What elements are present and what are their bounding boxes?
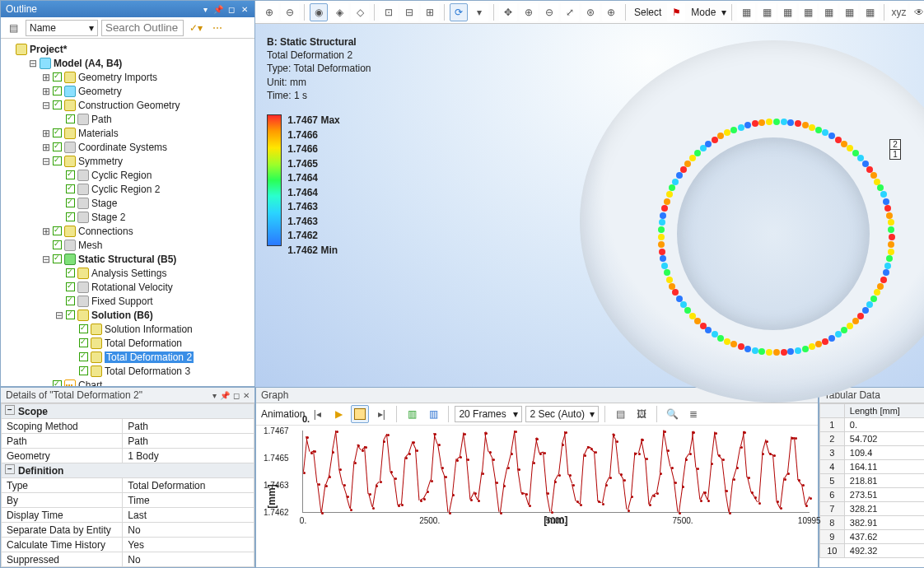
anim-stop-icon[interactable] xyxy=(351,405,369,423)
tree-item[interactable]: Materials xyxy=(78,128,119,139)
outline-titlebar[interactable]: Outline ▾ 📌 ◻ ✕ xyxy=(1,1,254,17)
info-icon xyxy=(91,324,102,335)
sel-vertex-icon[interactable]: ▦ xyxy=(799,3,817,21)
tree-item[interactable]: Stage xyxy=(91,198,117,209)
sel-element-icon[interactable]: ▦ xyxy=(840,3,858,21)
select-point-icon[interactable]: ⊡ xyxy=(380,3,398,21)
select-edge-icon[interactable]: ⊟ xyxy=(400,3,418,21)
sel-all-icon[interactable]: ▦ xyxy=(861,3,879,21)
tree-item[interactable]: Solution Information xyxy=(105,324,193,335)
search-options-icon[interactable]: ✓▾ xyxy=(187,19,205,37)
anim-mode1-icon[interactable]: ▥ xyxy=(403,405,421,423)
search-input[interactable] xyxy=(101,20,184,36)
view-edges-icon[interactable]: ◇ xyxy=(351,3,369,21)
pin-icon[interactable]: 📌 xyxy=(220,391,230,400)
tree-item[interactable]: Symmetry xyxy=(78,156,123,167)
pan-icon[interactable]: ✥ xyxy=(499,3,517,21)
rotate-menu-icon[interactable]: ▾ xyxy=(470,3,488,21)
expand-icon[interactable]: ⊞ xyxy=(42,226,50,237)
window-icon[interactable]: ◻ xyxy=(226,4,236,14)
probe-labels[interactable]: 2 1 xyxy=(889,139,901,160)
filter-combo[interactable]: Name▾ xyxy=(26,20,98,36)
look-at-icon[interactable]: ⊕ xyxy=(602,3,620,21)
tree-item[interactable]: Geometry xyxy=(78,86,122,97)
details-table[interactable]: ScopeScoping MethodPathPathPathGeometry1… xyxy=(1,403,254,567)
tree-item[interactable]: Total Deformation xyxy=(105,338,182,349)
tree-item[interactable]: Analysis Settings xyxy=(91,268,166,279)
rotate-icon[interactable]: ⟳ xyxy=(450,3,468,21)
tree-item[interactable]: Static Structural (B5) xyxy=(78,254,176,265)
sel-face-icon[interactable]: ▦ xyxy=(758,3,776,21)
tree-item[interactable]: Chart xyxy=(78,379,102,387)
tree-item[interactable]: Construction Geometry xyxy=(78,100,180,111)
sel-node-icon[interactable]: ▦ xyxy=(819,3,838,21)
filter-icon[interactable]: ▤ xyxy=(4,19,22,37)
dropdown-icon[interactable]: ▾ xyxy=(200,4,210,14)
tree-model[interactable]: Model (A4, B4) xyxy=(54,58,122,69)
perspective-icon[interactable]: 👁 xyxy=(910,3,924,21)
chevron-down-icon[interactable]: ▾ xyxy=(721,7,726,18)
expand-icon[interactable]: ⊞ xyxy=(42,86,50,97)
tree-item[interactable]: Geometry Imports xyxy=(78,72,157,83)
zoom-icon[interactable]: ⊕ xyxy=(520,3,538,21)
anim-mode2-icon[interactable]: ▥ xyxy=(424,405,442,423)
collapse-icon[interactable]: ⊟ xyxy=(42,254,50,265)
sel-edge-icon[interactable]: ▦ xyxy=(778,3,796,21)
image-icon[interactable]: 🖼 xyxy=(632,405,651,423)
frames-combo[interactable]: 20 Frames▾ xyxy=(455,406,522,422)
tabular-table[interactable]: Length [mm] Value [mm] 10.1.7462254.7021… xyxy=(819,403,924,558)
expand-icon[interactable]: ⊞ xyxy=(42,72,50,83)
anim-play-icon[interactable]: ▶ xyxy=(329,405,348,423)
expand-icon[interactable]: ⊞ xyxy=(42,128,50,139)
details-titlebar[interactable]: Details of "Total Deformation 2" ▾📌◻✕ xyxy=(1,388,254,403)
zoom-out-icon[interactable]: ⊖ xyxy=(281,3,299,21)
fit-sel-icon[interactable]: ⊛ xyxy=(581,3,600,21)
fit-icon[interactable]: ⤢ xyxy=(561,3,579,21)
chart-area[interactable]: [mm] 0. 1.74671.74651.74631.74620.2500.5… xyxy=(256,426,818,567)
tree-item[interactable]: Path xyxy=(91,114,112,125)
probe-2: 2 xyxy=(890,140,900,150)
anim-first-icon[interactable]: |◂ xyxy=(308,405,326,423)
tree-item[interactable]: Stage 2 xyxy=(91,212,125,223)
zoom-box-icon[interactable]: ⊖ xyxy=(540,3,558,21)
collapse-icon[interactable]: ⊟ xyxy=(42,156,50,167)
collapse-icon[interactable]: ⊟ xyxy=(42,100,50,111)
col-length[interactable]: Length [mm] xyxy=(844,404,924,418)
tree-item[interactable]: Connections xyxy=(78,226,133,237)
view-wire-icon[interactable]: ◈ xyxy=(330,3,348,21)
collapse-icon[interactable]: ⊟ xyxy=(29,58,37,69)
export-icon[interactable]: ▤ xyxy=(611,405,629,423)
expand-icon[interactable]: ⊞ xyxy=(42,142,50,153)
speed-combo[interactable]: 2 Sec (Auto)▾ xyxy=(525,406,599,422)
tree-project[interactable]: Project* xyxy=(30,44,67,55)
view-shaded-icon[interactable]: ◉ xyxy=(310,3,328,21)
anim-last-icon[interactable]: ▸| xyxy=(372,405,390,423)
pin-icon[interactable]: 📌 xyxy=(213,4,223,14)
tree-item[interactable]: Rotational Velocity xyxy=(91,282,173,293)
tree-item[interactable]: Mesh xyxy=(78,240,102,251)
collapse-icon[interactable]: ⊟ xyxy=(55,310,63,321)
coord-icon[interactable]: xyz xyxy=(889,3,908,21)
tree-item[interactable]: Cyclic Region xyxy=(91,170,152,181)
close-icon[interactable]: ✕ xyxy=(240,4,250,14)
tree-item[interactable]: Coordinate Systems xyxy=(78,142,167,153)
scene-3d[interactable]: B: Static Structural Total Deformation 2… xyxy=(255,24,924,387)
close-icon[interactable]: ✕ xyxy=(243,391,250,400)
select-face-icon[interactable]: ⊞ xyxy=(421,3,439,21)
tree-item[interactable]: Fixed Support xyxy=(91,296,153,307)
legend-icon[interactable]: ≣ xyxy=(684,405,702,423)
scene-result: Total Deformation 2 xyxy=(267,49,371,62)
zoom-in-icon[interactable]: ⊕ xyxy=(260,3,278,21)
select-mode-icon[interactable]: ⚑ xyxy=(667,3,685,21)
outline-tree[interactable]: Project* ⊟Model (A4, B4) ⊞Geometry Impor… xyxy=(1,39,254,386)
tree-item[interactable]: Solution (B6) xyxy=(91,310,153,321)
window-icon[interactable]: ◻ xyxy=(233,391,240,400)
sel-body-icon[interactable]: ▦ xyxy=(737,3,755,21)
zoom-icon[interactable]: 🔍 xyxy=(663,405,681,423)
tree-item[interactable]: Cyclic Region 2 xyxy=(91,184,160,195)
dropdown-icon[interactable]: ▾ xyxy=(212,391,217,400)
tree-item[interactable]: Total Deformation 3 xyxy=(105,365,190,377)
tree-item-selected[interactable]: Total Deformation 2 xyxy=(105,352,194,363)
expand-icon[interactable]: ⋯ xyxy=(208,19,226,37)
col-index[interactable] xyxy=(819,404,844,418)
